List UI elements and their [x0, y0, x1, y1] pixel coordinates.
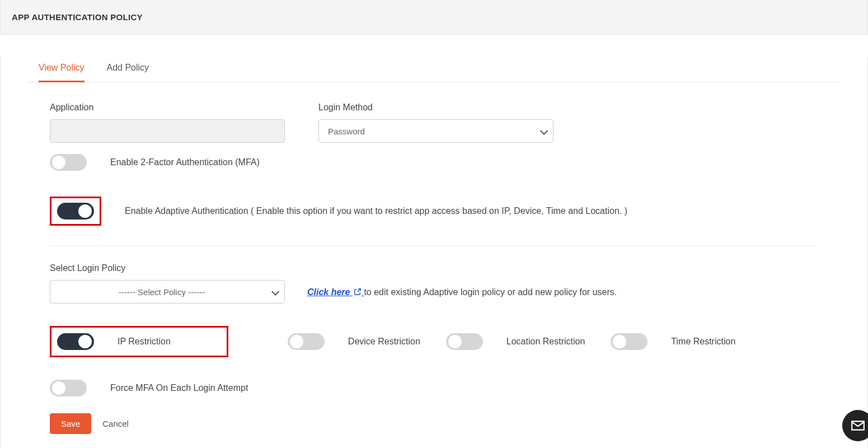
- field-login-method: Login Method Password: [318, 102, 553, 143]
- tab-add-policy[interactable]: Add Policy: [107, 57, 149, 82]
- mfa-label: Enable 2-Factor Authentication (MFA): [110, 157, 260, 167]
- tab-view-policy[interactable]: View Policy: [39, 57, 85, 82]
- tabs: View Policy Add Policy: [27, 57, 841, 82]
- application-label: Application: [50, 102, 285, 113]
- time-restriction-label: Time Restriction: [671, 337, 735, 347]
- policy-help: Click here to edit existing Adaptive log…: [307, 287, 617, 304]
- select-policy[interactable]: ------ Select Policy ------: [50, 280, 285, 304]
- item-time: Time Restriction: [611, 333, 735, 350]
- panel: Application Login Method Password Enable…: [27, 82, 841, 434]
- click-here-link[interactable]: Click here: [307, 287, 364, 297]
- toggle-location-restriction[interactable]: [446, 333, 483, 350]
- ip-restriction-label: IP Restriction: [118, 337, 171, 347]
- save-button[interactable]: Save: [50, 413, 91, 434]
- row-restrictions: IP Restriction Device Restriction Locati…: [50, 326, 818, 357]
- toggle-device-restriction[interactable]: [288, 333, 325, 350]
- login-method-label: Login Method: [318, 102, 553, 113]
- page-title-text: APP AUTHENTICATION POLICY: [12, 12, 143, 22]
- page-title: APP AUTHENTICATION POLICY: [0, 0, 868, 35]
- content: View Policy Add Policy Application Login…: [0, 57, 868, 448]
- select-policy-label: Select Login Policy: [50, 263, 285, 273]
- row-adaptive: Enable Adaptive Authentication ( Enable …: [50, 197, 818, 226]
- tab-add-label: Add Policy: [107, 63, 149, 72]
- field-application: Application: [50, 102, 285, 143]
- item-device: Device Restriction: [288, 333, 420, 350]
- row-select-policy: Select Login Policy ------ Select Policy…: [50, 263, 818, 304]
- device-restriction-label: Device Restriction: [348, 337, 420, 347]
- click-here-text: Click here: [307, 287, 350, 297]
- row-force-mfa: Force MFA On Each Login Attempt: [50, 380, 818, 396]
- application-input[interactable]: [50, 119, 285, 143]
- login-method-select[interactable]: Password: [318, 119, 553, 143]
- save-button-label: Save: [61, 419, 80, 428]
- toggle-mfa[interactable]: [50, 154, 87, 171]
- toggle-ip-restriction[interactable]: [57, 333, 94, 350]
- envelope-icon: [851, 418, 865, 433]
- item-location: Location Restriction: [446, 333, 585, 350]
- toggle-force-mfa[interactable]: [50, 380, 87, 396]
- cancel-button-label: Cancel: [102, 419, 129, 428]
- cancel-button[interactable]: Cancel: [102, 419, 129, 428]
- tab-view-label: View Policy: [39, 63, 85, 72]
- force-mfa-label: Force MFA On Each Login Attempt: [110, 383, 248, 393]
- toggle-time-restriction[interactable]: [611, 333, 648, 350]
- toggle-adaptive[interactable]: [57, 203, 94, 220]
- location-restriction-label: Location Restriction: [506, 337, 585, 347]
- row-app-login: Application Login Method Password: [50, 102, 818, 143]
- login-method-select-wrap: Password: [318, 119, 553, 143]
- external-link-icon: [354, 288, 362, 298]
- field-select-policy: Select Login Policy ------ Select Policy…: [50, 263, 285, 304]
- policy-help-suffix: to edit existing Adaptive login policy o…: [364, 287, 617, 297]
- actions: Save Cancel: [50, 413, 818, 434]
- highlight-ip: IP Restriction: [50, 326, 228, 357]
- divider: [50, 246, 818, 246]
- select-policy-wrap: ------ Select Policy ------: [50, 280, 285, 304]
- highlight-adaptive: [50, 197, 101, 226]
- adaptive-label: Enable Adaptive Authentication ( Enable …: [125, 206, 627, 216]
- row-mfa: Enable 2-Factor Authentication (MFA): [50, 154, 818, 171]
